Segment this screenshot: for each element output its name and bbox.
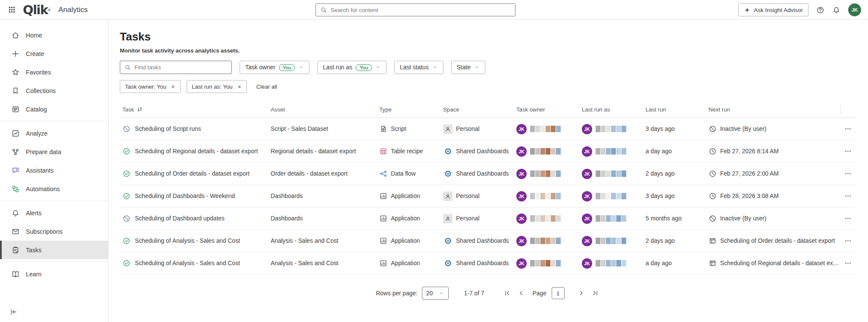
- task-name[interactable]: Scheduling of Regional details - dataset…: [135, 148, 258, 155]
- application-icon: [379, 259, 387, 267]
- sidebar-item-tasks[interactable]: Tasks: [0, 241, 108, 259]
- sidebar-item-alerts[interactable]: Alerts: [0, 204, 108, 222]
- sidebar-item-learn[interactable]: Learn: [0, 265, 108, 283]
- table-row[interactable]: Scheduling of Dashboards - Weekend Dashb…: [120, 185, 855, 207]
- prev-page-icon[interactable]: [517, 289, 525, 297]
- find-tasks-field[interactable]: [120, 61, 232, 74]
- close-icon[interactable]: [237, 84, 242, 89]
- row-actions-icon[interactable]: [844, 237, 852, 245]
- header-last-run-as[interactable]: Last run as: [580, 106, 644, 113]
- last-run-cell: 3 days ago: [644, 193, 707, 199]
- last-run-cell: 3 days ago: [644, 126, 707, 132]
- next-run-label: Feb 28, 2026 3:08 AM: [720, 193, 779, 199]
- sidebar-item-favorites[interactable]: Favorites: [0, 63, 108, 81]
- header-task[interactable]: Task: [120, 106, 269, 113]
- row-actions-icon[interactable]: [844, 260, 852, 267]
- run-history-chart: [596, 126, 626, 132]
- task-name[interactable]: Scheduling of Analysis - Sales and Cost: [135, 238, 240, 244]
- data-flow-icon: [379, 170, 387, 178]
- row-actions-icon[interactable]: [844, 192, 852, 200]
- sidebar-item-home[interactable]: Home: [0, 26, 108, 44]
- last-page-icon[interactable]: [591, 289, 599, 297]
- table-row[interactable]: Scheduling of Analysis - Sales and Cost …: [120, 252, 855, 275]
- tasks-table: Task Asset Type Space Task owner Last ru…: [120, 102, 855, 275]
- asset-cell: Script - Sales Dataset: [269, 126, 378, 132]
- table-row[interactable]: Scheduling of Regional details - dataset…: [120, 140, 855, 163]
- first-page-icon[interactable]: [503, 289, 511, 297]
- task-owner-filter[interactable]: Task owner You: [240, 61, 309, 74]
- sidebar-item-prepare-data[interactable]: Prepare data: [0, 142, 108, 161]
- header-task-owner[interactable]: Task owner: [515, 106, 580, 113]
- page-input[interactable]: [552, 287, 565, 299]
- task-name[interactable]: Scheduling of Script runs: [135, 126, 201, 132]
- application-icon: [379, 237, 387, 245]
- type-label: Table recipe: [391, 148, 423, 155]
- apps-grid-icon[interactable]: [8, 6, 16, 14]
- space-label: Shared Dashboards: [456, 170, 509, 177]
- run-history-chart: [596, 170, 626, 177]
- row-actions-icon[interactable]: [844, 148, 852, 155]
- header-space[interactable]: Space: [441, 106, 515, 113]
- run-as-avatar: JK: [582, 214, 592, 224]
- header-next-run[interactable]: Next run: [707, 106, 840, 113]
- header-type[interactable]: Type: [378, 106, 441, 113]
- close-icon[interactable]: [171, 84, 175, 89]
- home-icon: [11, 31, 20, 40]
- row-actions-icon[interactable]: [844, 215, 852, 222]
- run-history-chart: [596, 193, 626, 199]
- last-run-as-filter[interactable]: Last run as You: [317, 61, 387, 74]
- header-asset[interactable]: Asset: [269, 106, 378, 113]
- task-name[interactable]: Scheduling of Analysis - Sales and Cost: [135, 260, 240, 266]
- sidebar-item-subscriptions[interactable]: Subscriptions: [0, 222, 108, 241]
- row-actions-icon[interactable]: [844, 170, 852, 177]
- rows-per-page-select[interactable]: 20: [422, 287, 449, 300]
- next-page-icon[interactable]: [578, 289, 585, 297]
- type-label: Application: [391, 215, 420, 222]
- disabled-circle-icon: [122, 125, 131, 133]
- sidebar-item-catalog[interactable]: Catalog: [0, 100, 108, 118]
- ask-insight-advisor-button[interactable]: Ask Insight Advisor: [738, 3, 809, 16]
- filter-chip-task-owner[interactable]: Task owner: You: [120, 80, 181, 93]
- global-search[interactable]: [315, 3, 515, 16]
- run-as-avatar: JK: [582, 124, 592, 134]
- state-filter[interactable]: State: [451, 61, 485, 74]
- task-name[interactable]: Scheduling of Dashboards - Weekend: [135, 193, 235, 199]
- space-label: Shared Dashboards: [456, 148, 509, 155]
- header-last-run[interactable]: Last run: [644, 106, 707, 113]
- sidebar: Home Create Favorites Collections Catalo…: [0, 20, 109, 322]
- table-row[interactable]: Scheduling of Script runs Script - Sales…: [120, 118, 855, 140]
- run-history-chart: [530, 193, 561, 199]
- asset-cell: Order details - dataset export: [269, 170, 378, 177]
- last-status-filter[interactable]: Last status: [394, 61, 443, 74]
- table-row[interactable]: Scheduling of Analysis - Sales and Cost …: [120, 230, 855, 252]
- help-icon[interactable]: [816, 6, 824, 14]
- user-avatar[interactable]: JK: [848, 3, 861, 16]
- table-row[interactable]: Scheduling of Order details - dataset ex…: [120, 163, 855, 185]
- notifications-icon[interactable]: [832, 6, 840, 14]
- search-input[interactable]: [331, 7, 511, 13]
- filter-chip-last-run-as[interactable]: Last run as: You: [187, 80, 247, 93]
- sidebar-item-create[interactable]: Create: [0, 44, 108, 63]
- find-tasks-input[interactable]: [134, 64, 227, 71]
- task-name[interactable]: Scheduling of Dashboard updates: [135, 215, 225, 222]
- task-name[interactable]: Scheduling of Order details - dataset ex…: [135, 170, 250, 177]
- automations-icon: [11, 185, 20, 193]
- disabled-circle-icon: [709, 214, 717, 223]
- sidebar-item-assistants[interactable]: Assistants: [0, 161, 108, 180]
- sidebar-item-collections[interactable]: Collections: [0, 81, 108, 100]
- prepare-data-icon: [11, 148, 20, 156]
- personal-space-icon: [443, 214, 453, 223]
- check-circle-icon: [122, 259, 131, 267]
- sidebar-item-analyze[interactable]: Analyze: [0, 124, 108, 142]
- analyze-icon: [11, 129, 20, 138]
- clear-all-link[interactable]: Clear all: [256, 84, 277, 90]
- sidebar-item-automations[interactable]: Automations: [0, 180, 108, 198]
- you-badge: You: [356, 64, 372, 71]
- application-icon: [379, 214, 387, 223]
- table-row[interactable]: Scheduling of Dashboard updates Dashboar…: [120, 207, 855, 230]
- collapse-sidebar-icon[interactable]: [9, 308, 18, 316]
- search-icon: [320, 6, 327, 13]
- row-actions-icon[interactable]: [844, 125, 852, 133]
- chevron-down-icon: [298, 65, 304, 70]
- alerts-icon: [11, 209, 20, 217]
